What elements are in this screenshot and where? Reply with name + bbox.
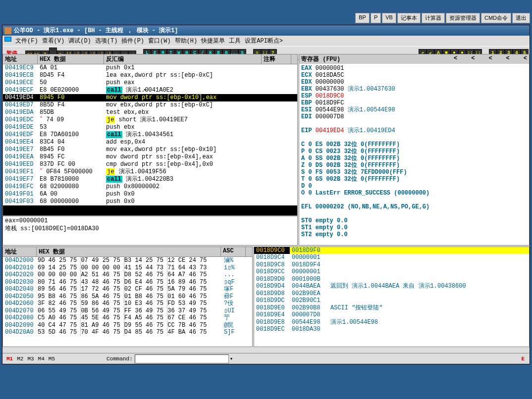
hex-col-data: HEX 数据 bbox=[37, 247, 221, 256]
menu-item[interactable]: 文件(F) bbox=[15, 37, 38, 45]
hex-col-addr: 地址 bbox=[3, 247, 37, 256]
registers-title: 寄存器 (FPU) bbox=[301, 55, 340, 63]
disasm-row[interactable]: 00419EE483C4 04add esp,0x4 bbox=[3, 139, 297, 146]
stack-row[interactable]: 0018D9D00001000B bbox=[254, 276, 529, 283]
title-bar: 公羊OD - 演示1.exe - [BH - 主线程 ， 模块 - 演示1] bbox=[2, 25, 530, 36]
stack-row[interactable]: 0018D9C400000001 bbox=[254, 254, 529, 261]
stack-row[interactable]: 0018D9EC0018DA30 bbox=[254, 326, 529, 333]
disasm-row[interactable]: 00419ECB8D45 F4lea eax,dword ptr ss:[ebp… bbox=[3, 72, 297, 79]
memory-btn[interactable]: M4 bbox=[36, 356, 47, 362]
registers-pane[interactable]: 寄存器 (FPU) <<<<< EAX 00000001ECX 0018DA5C… bbox=[299, 54, 530, 246]
stack-row[interactable]: 0018D9D8002B90EA bbox=[254, 290, 529, 298]
disasm-row[interactable]: 00419EDA85DBtest ebx,ebx bbox=[3, 109, 297, 116]
menu-item[interactable]: 快捷菜单 bbox=[201, 37, 225, 45]
disasm-row[interactable]: 00419EED837D FC 00cmp dword ptr ss:[ebp-… bbox=[3, 161, 297, 168]
ext-btn-VB[interactable]: VB bbox=[382, 13, 396, 23]
record-icon[interactable] bbox=[4, 37, 11, 42]
memory-btn[interactable]: M2 bbox=[15, 356, 25, 362]
ext-btn-记事本[interactable]: 记事本 bbox=[397, 13, 421, 23]
info-pane: eax=00000001 堆栈 ss:[0018D9EC]=0018DA30 bbox=[2, 216, 298, 246]
disasm-row[interactable]: 00419EF1˅ 0F84 5F000000je 演示1.00419F56 bbox=[3, 168, 297, 176]
external-toolbar: BPPVB记事本计算器资源管理器CMD命令退出 bbox=[355, 13, 530, 23]
disasm-row[interactable]: 00419EDFE8 7DA60100call 演示1.00434561 bbox=[3, 131, 297, 139]
hex-row[interactable]: 004D202000 00 00 00 A2 51 46 75 D8 52 46… bbox=[3, 271, 252, 279]
hex-row[interactable]: 004D203080 71 46 75 43 48 46 75 D6 E4 46… bbox=[3, 279, 252, 286]
hexdump-pane[interactable]: 地址 HEX 数据 ASC 004D20009D 46 25 75 07 49 … bbox=[2, 247, 253, 347]
disasm-row[interactable]: 00419EFC68 02000080push 0x80000002 bbox=[3, 183, 297, 191]
menu-bar: 文件(F)查看(V)调试(D)选项(T)插件(P)窗口(W)帮助(H)快捷菜单工… bbox=[2, 36, 530, 46]
hex-row[interactable]: 004D2080C5 A0 46 75 45 5E 46 75 F4 A5 46… bbox=[3, 314, 252, 322]
hex-row[interactable]: 004D205095 B8 46 75 86 5A 46 75 01 B8 46… bbox=[3, 293, 252, 300]
disasm-row[interactable]: 00419F0368 00000000push 0x0 bbox=[3, 198, 297, 205]
stack-row[interactable]: 0018D9DC002B90C1 bbox=[254, 297, 529, 304]
memory-btn[interactable]: M5 bbox=[47, 356, 57, 362]
ext-btn-CMD命令[interactable]: CMD命令 bbox=[481, 13, 511, 23]
disasm-row[interactable]: 00419ED48945 F0mov dword ptr ss:[ebp-0x1… bbox=[3, 94, 297, 101]
stack-row[interactable]: 0018D9CC00000001 bbox=[254, 268, 529, 276]
stack-row[interactable]: 0018D9E800544E98演示1.00544E98 bbox=[254, 319, 529, 326]
menu-item[interactable]: 设置API断点> bbox=[245, 37, 283, 45]
menu-item[interactable]: 工具 bbox=[229, 37, 241, 45]
disasm-row[interactable]: 00419EC96A 01push 0x1 bbox=[3, 64, 297, 72]
col-comment: 注释 bbox=[262, 54, 291, 64]
menu-item[interactable]: 查看(V) bbox=[42, 37, 65, 45]
disasm-row[interactable]: 00419EE78B45 F0mov eax,dword ptr ss:[ebp… bbox=[3, 146, 297, 153]
hex-row[interactable]: 004D20603F 82 46 75 59 86 46 75 10 E3 46… bbox=[3, 300, 252, 307]
ext-btn-BP[interactable]: BP bbox=[355, 13, 370, 23]
hex-row[interactable]: 004D201069 14 25 75 00 00 00 00 41 15 44… bbox=[3, 264, 252, 272]
main-window: 公羊OD - 演示1.exe - [BH - 主线程 ， 模块 - 演示1] 文… bbox=[2, 25, 530, 364]
hex-row[interactable]: 004D207006 55 49 75 0B 56 49 75 FF 36 49… bbox=[3, 307, 252, 315]
disasm-row[interactable]: 00419ECE50push eax bbox=[3, 79, 297, 87]
menu-item[interactable]: 调试(D) bbox=[68, 37, 91, 45]
disasm-row[interactable]: 00419ED78B5D F4mov ebx,dword ptr ss:[ebp… bbox=[3, 101, 297, 109]
status-right: E bbox=[520, 355, 526, 363]
stack-esp-val: 0018D9F0 bbox=[290, 247, 529, 254]
ext-btn-计算器[interactable]: 计算器 bbox=[422, 13, 445, 23]
memory-btn[interactable]: M3 bbox=[25, 356, 36, 362]
col-address: 地址 bbox=[3, 54, 38, 64]
command-label: Command: bbox=[106, 356, 133, 362]
hex-row[interactable]: 004D20A053 5D 46 75 70 4F 46 75 D4 85 46… bbox=[3, 329, 252, 336]
disasm-row[interactable]: 00419EEA8945 FCmov dword ptr ss:[ebp-0x4… bbox=[3, 153, 297, 161]
stack-esp: 0018D9C0 bbox=[254, 247, 290, 254]
hex-row[interactable]: 004D20009D 46 25 75 07 49 25 75 B3 14 25… bbox=[3, 257, 252, 264]
disasm-row[interactable]: 00419ECFE8 0E020000call 演示1.0041A0E2↖ bbox=[3, 87, 297, 94]
disassembly-pane[interactable]: 地址 HEX 数据 反汇编 注释 00419EC96A 01push 0x100… bbox=[2, 54, 298, 216]
disasm-row[interactable]: 00419F016A 00push 0x0 bbox=[3, 191, 297, 198]
menu-item[interactable]: 选项(T) bbox=[95, 37, 118, 45]
stack-row[interactable]: 0018D9E0002B90B8ASCII "按钮登陆" bbox=[254, 304, 529, 312]
menu-item[interactable]: 窗口(W) bbox=[148, 37, 171, 45]
menu-item[interactable]: 帮助(H) bbox=[175, 37, 198, 45]
hex-col-asc: ASC bbox=[221, 247, 246, 256]
ext-btn-P[interactable]: P bbox=[371, 13, 381, 23]
col-disasm: 反汇编 bbox=[104, 54, 262, 64]
stack-row[interactable]: 0018D9E4000007D8 bbox=[254, 311, 529, 319]
hex-row[interactable]: 004D204089 56 46 75 17 72 46 75 02 CF 46… bbox=[3, 286, 252, 293]
ext-btn-资源管理器[interactable]: 资源管理器 bbox=[446, 13, 480, 23]
window-title: 公羊OD - 演示1.exe - [BH - 主线程 ， 模块 - 演示1] bbox=[14, 27, 178, 34]
hex-row[interactable]: 004D209040 C4 47 75 81 A9 46 75 D9 55 46… bbox=[3, 322, 252, 329]
command-bar: M1M2M3M4M5 Command: ▾ E bbox=[2, 353, 530, 364]
menu-item[interactable]: 插件(P) bbox=[121, 37, 144, 45]
memory-btn[interactable]: M1 bbox=[4, 356, 15, 362]
app-icon bbox=[4, 27, 11, 34]
ext-btn-退出[interactable]: 退出 bbox=[512, 13, 530, 23]
disasm-row[interactable]: 00419EDE53push ebx bbox=[3, 124, 297, 131]
stack-row[interactable]: 0018D9C80018D9F4 bbox=[254, 261, 529, 269]
col-hex: HEX 数据 bbox=[38, 54, 104, 64]
command-input[interactable] bbox=[135, 354, 229, 363]
disasm-row[interactable]: 00419EDC˅ 74 09je short 演示1.00419EE7 bbox=[3, 116, 297, 124]
disasm-row[interactable]: 00419EF7E8 B7810000call 演示1.004220B3 bbox=[3, 176, 297, 183]
stack-row[interactable]: 0018D9D40044BAEA返回到 演示1.0044BAEA 来自 演示1.… bbox=[254, 283, 529, 290]
stack-pane[interactable]: 0018D9C0 0018D9F0 0018D9C4000000010018D9… bbox=[254, 247, 530, 347]
